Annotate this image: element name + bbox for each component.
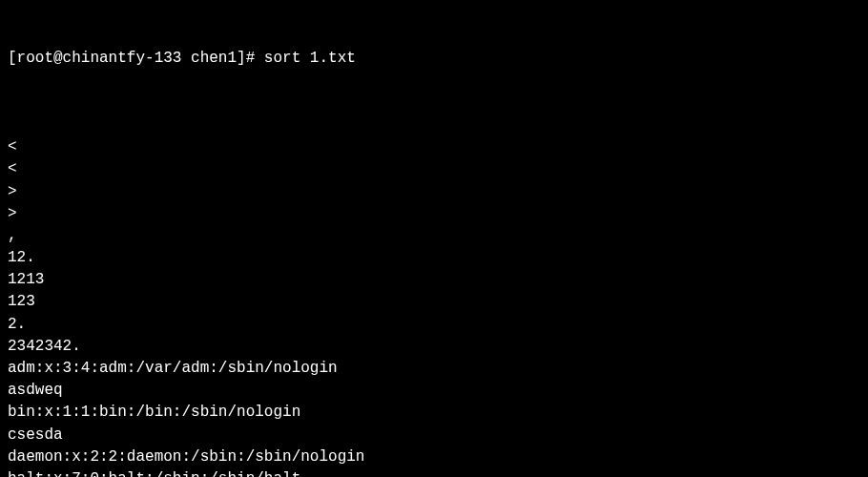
output-line: < [8, 136, 860, 158]
output-line: 12. [8, 247, 860, 269]
output-line: daemon:x:2:2:daemon:/sbin:/sbin/nologin [8, 446, 860, 468]
shell-prompt: [root@chinantfy-133 chen1]# [8, 48, 264, 70]
output-container: <<>>,12.12131232.2342342.adm:x:3:4:adm:/… [8, 114, 860, 477]
output-line: 123 [8, 291, 860, 313]
output-line: 1213 [8, 269, 860, 291]
output-line [8, 114, 860, 136]
output-line: asdweq [8, 380, 860, 402]
terminal[interactable]: [root@chinantfy-133 chen1]# sort 1.txt <… [8, 4, 860, 477]
output-line: < [8, 158, 860, 180]
output-line: > [8, 181, 860, 203]
command-text: sort 1.txt [264, 48, 356, 70]
output-line: , [8, 225, 860, 247]
output-line: > [8, 203, 860, 225]
output-line: 2. [8, 314, 860, 336]
output-line: 2342342. [8, 336, 860, 358]
prompt-line: [root@chinantfy-133 chen1]# sort 1.txt [8, 48, 860, 70]
output-line: halt:x:7:0:halt:/sbin:/sbin/halt [8, 468, 860, 477]
output-line: csesda [8, 425, 860, 446]
output-line: adm:x:3:4:adm:/var/adm:/sbin/nologin [8, 358, 860, 380]
output-line: bin:x:1:1:bin:/bin:/sbin/nologin [8, 402, 860, 424]
